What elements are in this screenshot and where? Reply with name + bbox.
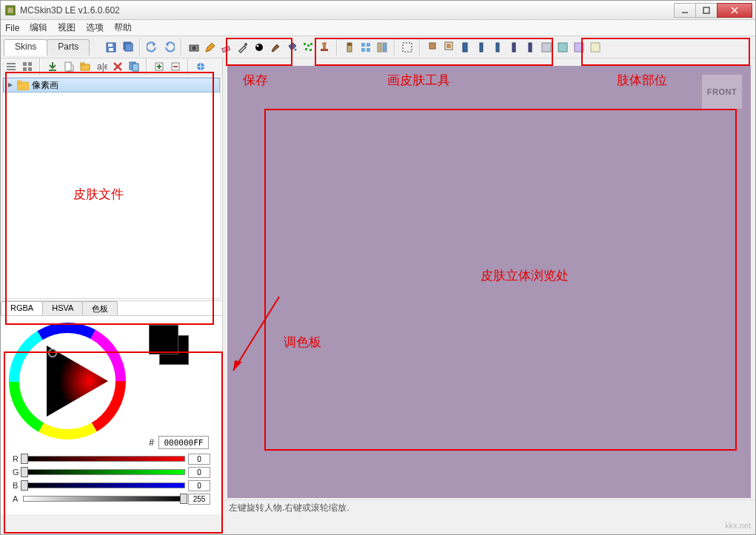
save-all-button[interactable]	[120, 40, 135, 55]
svg-rect-37	[446, 44, 451, 48]
svg-rect-52	[23, 67, 27, 71]
part-body-button[interactable]	[458, 40, 472, 55]
tree-item-1[interactable]: 像素画	[3, 78, 220, 92]
menu-view[interactable]: 视图	[58, 21, 76, 34]
new-skin-button[interactable]	[61, 59, 76, 74]
content-row: a|e 像素画 RGBA HSVA 色板	[1, 58, 755, 514]
svg-rect-33	[383, 43, 387, 52]
save-button[interactable]	[104, 40, 118, 55]
dodge-tool[interactable]	[252, 40, 267, 55]
svg-rect-40	[496, 43, 499, 52]
tree-view-list-button[interactable]	[4, 59, 19, 74]
redo-button[interactable]	[161, 40, 176, 55]
svg-rect-53	[28, 67, 32, 71]
tab-palette[interactable]: 色板	[82, 301, 118, 315]
view-2d-button[interactable]	[358, 40, 373, 55]
svg-rect-38	[463, 43, 467, 52]
brush-tool[interactable]	[268, 40, 283, 55]
tab-rgba[interactable]: RGBA	[1, 301, 43, 315]
part-extra3-button[interactable]	[588, 40, 603, 55]
svg-rect-18	[304, 43, 306, 45]
svg-rect-62	[133, 64, 138, 71]
import-button[interactable]	[45, 59, 60, 74]
res-up-button[interactable]	[152, 59, 167, 74]
svg-rect-27	[347, 43, 352, 46]
toolbar-row: Skins Parts	[1, 36, 755, 58]
camera-tool[interactable]	[187, 40, 201, 55]
svg-rect-20	[310, 43, 312, 45]
color-wheel[interactable]	[8, 322, 127, 440]
front-badge: FRONT	[702, 75, 742, 109]
svg-point-14	[244, 43, 247, 46]
rename-button[interactable]: a|e	[94, 59, 109, 74]
view-3d-button[interactable]	[342, 40, 357, 55]
part-left-leg-button[interactable]	[506, 40, 521, 55]
menu-edit[interactable]: 编辑	[30, 21, 47, 34]
screenshot-button[interactable]	[400, 40, 415, 55]
app-icon	[5, 5, 16, 16]
pencil-tool[interactable]	[203, 40, 218, 55]
part-extra1-button[interactable]	[555, 40, 570, 55]
clone-button[interactable]	[127, 59, 141, 74]
part-right-arm-button[interactable]	[490, 40, 505, 55]
new-folder-button[interactable]	[78, 59, 93, 74]
minimize-button[interactable]	[674, 3, 696, 18]
svg-rect-43	[542, 43, 551, 52]
maximize-button[interactable]	[695, 3, 717, 18]
b-value[interactable]: 0	[188, 480, 210, 491]
svg-rect-23	[321, 49, 328, 51]
color-panel: RGBA HSVA 色板	[1, 300, 222, 514]
svg-rect-10	[125, 44, 133, 51]
menubar: File 编辑 视图 选项 帮助	[1, 20, 755, 36]
menu-file[interactable]: File	[5, 23, 19, 33]
window-title: MCSkin3D LE v1.6.0.602	[20, 5, 675, 16]
hex-input[interactable]	[158, 436, 209, 449]
tab-parts[interactable]: Parts	[47, 39, 90, 55]
a-value[interactable]: 255	[188, 494, 210, 505]
slider-g[interactable]: G 0	[13, 465, 210, 479]
noise-tool[interactable]	[301, 40, 315, 55]
part-head-button[interactable]	[425, 40, 440, 55]
skin-tree[interactable]: 像素画	[2, 77, 221, 299]
svg-rect-35	[429, 43, 435, 49]
dropper-tool[interactable]	[235, 40, 250, 55]
folder-icon	[17, 80, 29, 90]
svg-rect-28	[361, 43, 365, 47]
r-value[interactable]: 0	[188, 454, 210, 465]
delete-button[interactable]	[110, 59, 125, 74]
undo-button[interactable]	[145, 40, 160, 55]
menu-help[interactable]: 帮助	[114, 21, 132, 34]
svg-rect-21	[305, 48, 307, 50]
slider-b[interactable]: B 0	[13, 479, 210, 492]
view-split-button[interactable]	[375, 40, 389, 55]
slider-r[interactable]: R 0	[13, 452, 210, 465]
close-button[interactable]	[717, 3, 752, 18]
window-frame: MCSkin3D LE v1.6.0.602 File 编辑 视图 选项 帮助 …	[0, 0, 756, 535]
svg-rect-67	[17, 81, 21, 84]
part-extra2-button[interactable]	[572, 40, 586, 55]
fetch-button[interactable]	[193, 59, 208, 74]
svg-point-25	[322, 42, 327, 45]
stamp-tool[interactable]	[317, 40, 332, 55]
tab-skins[interactable]: Skins	[4, 39, 47, 55]
titlebar: MCSkin3D LE v1.6.0.602	[1, 1, 755, 20]
svg-rect-32	[378, 43, 381, 52]
part-helmet-button[interactable]	[441, 40, 456, 55]
tab-hsva[interactable]: HSVA	[42, 301, 83, 315]
bucket-tool[interactable]	[284, 40, 299, 55]
svg-rect-48	[7, 66, 16, 67]
left-tabs: Skins Parts	[4, 39, 89, 55]
part-right-leg-button[interactable]	[523, 40, 538, 55]
g-value[interactable]: 0	[188, 467, 210, 478]
slider-a[interactable]: A 255	[13, 492, 210, 505]
eraser-tool[interactable]	[219, 40, 234, 55]
res-down-button[interactable]	[168, 59, 183, 74]
part-all-button[interactable]	[539, 40, 554, 55]
tree-view-icons-button[interactable]	[20, 59, 35, 74]
fg-swatch[interactable]	[149, 325, 178, 354]
part-left-arm-button[interactable]	[474, 40, 489, 55]
menu-options[interactable]: 选项	[86, 21, 104, 34]
viewer-3d-canvas[interactable]: FRONT	[227, 66, 751, 498]
expand-icon[interactable]	[7, 81, 14, 89]
fg-bg-swatches[interactable]	[149, 325, 193, 369]
